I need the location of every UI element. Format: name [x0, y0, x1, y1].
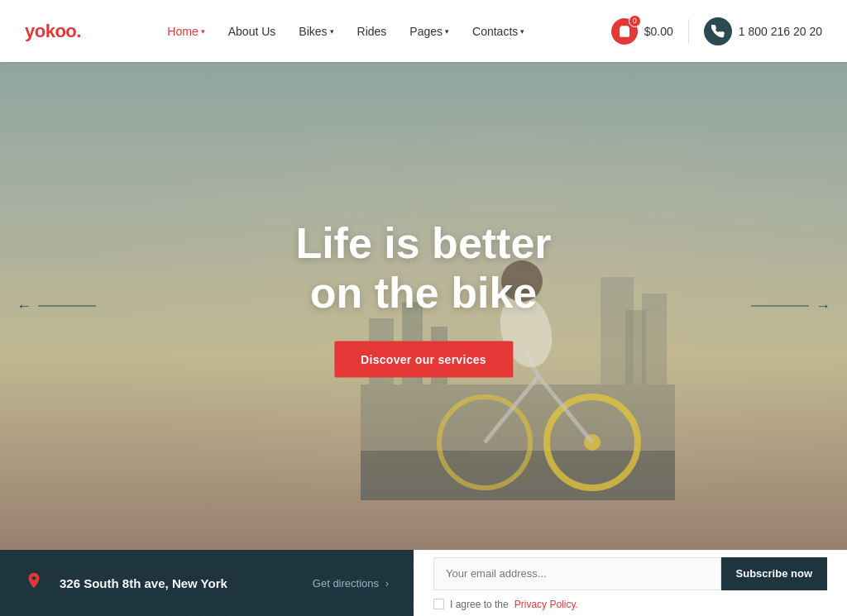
nav-item-rides[interactable]: Rides	[357, 25, 387, 38]
cart-badge: 0	[629, 15, 641, 27]
prev-slide-button[interactable]: ←	[17, 298, 96, 315]
right-arrow-icon: →	[816, 298, 830, 315]
next-slide-button[interactable]: →	[751, 298, 830, 315]
chevron-down-icon: ▾	[520, 27, 524, 36]
hero-section: Life is better on the bike Discover our …	[0, 62, 847, 550]
privacy-text: I agree to the	[450, 599, 509, 610]
header: yokoo. Home ▾ About Us Bikes ▾ Rides Pag…	[0, 0, 847, 62]
nav-item-contacts[interactable]: Contacts ▾	[472, 25, 524, 38]
email-input[interactable]	[433, 557, 721, 590]
arrow-line	[38, 305, 96, 307]
get-directions-link[interactable]: Get directions ›	[309, 577, 389, 590]
chevron-down-icon: ▾	[330, 27, 334, 36]
hero-content: Life is better on the bike Discover our …	[295, 219, 551, 378]
map-pin-icon	[25, 571, 48, 595]
chevron-down-icon: ▾	[201, 27, 205, 36]
header-divider	[688, 19, 689, 44]
left-arrow-icon: ←	[17, 298, 31, 315]
address-text: 326 South 8th ave, New York	[60, 576, 227, 590]
arrow-line	[751, 305, 809, 307]
nav-item-home[interactable]: Home ▾	[167, 25, 204, 38]
subscribe-section: Subscribe now I agree to the Privacy Pol…	[414, 550, 847, 616]
logo[interactable]: yokoo.	[25, 21, 81, 42]
address-section: 326 South 8th ave, New York Get directio…	[0, 550, 414, 616]
logo-dot: .	[76, 21, 81, 41]
chevron-down-icon: ▾	[445, 27, 449, 36]
nav-item-about[interactable]: About Us	[228, 25, 276, 38]
cart-button[interactable]: 0 $0.00	[611, 18, 673, 45]
main-nav: Home ▾ About Us Bikes ▾ Rides Pages ▾ Co…	[167, 25, 524, 38]
phone-button[interactable]: 1 800 216 20 20	[704, 17, 822, 45]
hero-title: Life is better on the bike	[295, 219, 551, 318]
privacy-checkbox[interactable]	[433, 599, 444, 609]
phone-icon	[704, 17, 732, 45]
svg-rect-7	[625, 310, 646, 384]
subscribe-button[interactable]: Subscribe now	[721, 557, 827, 590]
cart-icon: 0	[611, 18, 638, 45]
discover-services-button[interactable]: Discover our services	[334, 341, 513, 377]
phone-number: 1 800 216 20 20	[739, 25, 822, 38]
logo-text: yokoo	[25, 21, 76, 41]
nav-item-bikes[interactable]: Bikes ▾	[299, 25, 333, 38]
nav-item-pages[interactable]: Pages ▾	[409, 25, 449, 38]
privacy-row: I agree to the Privacy Policy.	[433, 599, 827, 610]
bottom-bar: 326 South 8th ave, New York Get directio…	[0, 550, 847, 616]
header-right: 0 $0.00 1 800 216 20 20	[611, 17, 822, 45]
subscribe-row: Subscribe now	[433, 557, 827, 590]
privacy-policy-link[interactable]: Privacy Policy.	[514, 599, 578, 610]
cart-price: $0.00	[644, 25, 673, 38]
